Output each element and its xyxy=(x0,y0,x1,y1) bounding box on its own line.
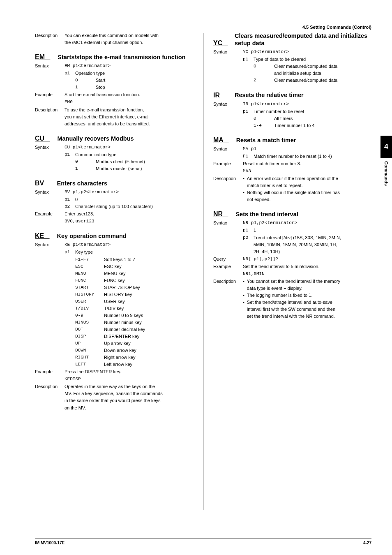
query-line: NR[ p1[,p2]]? xyxy=(243,256,371,263)
p2-desc: 5MIN, 10MIN, 15MIN, 20MIN, 30MIN, 1H, xyxy=(254,242,337,247)
p1-key: p1 xyxy=(65,249,75,256)
label-syntax: Syntax xyxy=(213,146,243,153)
key-desc: MENU key xyxy=(104,270,126,277)
p2-desc: Trend interval [/div] (15S, 30S, 1MIN, 2… xyxy=(254,235,341,240)
p1-desc: Operation type xyxy=(75,70,105,77)
label-syntax: Syntax xyxy=(35,189,65,196)
label-description: Description xyxy=(35,383,65,411)
key-code: MENU xyxy=(75,270,104,277)
desc-line: addresses, and contents to be transmitte… xyxy=(65,121,150,126)
key-desc: Down arrow key xyxy=(104,347,136,354)
opt-key: 0 xyxy=(75,158,96,165)
bullet-text: Nothing will occur if the single match t… xyxy=(247,190,340,195)
footer-left: IM MV1000-17E xyxy=(35,541,65,545)
opt-key: 1 xyxy=(75,165,96,172)
cmd-title-em: Starts/stops the e-mail transmission fun… xyxy=(58,53,185,61)
bullet-text: data type is event + display. xyxy=(247,286,302,291)
key-code: MINUS xyxy=(75,319,104,326)
syntax-ke: KE p1<terminator> xyxy=(65,241,193,248)
opt-key: 0 xyxy=(254,115,274,122)
desc-line: in the same order that you would press t… xyxy=(65,398,161,403)
bullet-text: match timer is set to repeat. xyxy=(247,183,303,188)
chapter-label: Commands xyxy=(384,161,389,186)
cmd-title-ma: Resets a match timer xyxy=(236,136,296,144)
key-desc: USER key xyxy=(104,298,125,305)
key-code: USER xyxy=(75,298,104,305)
syntax-ma: MA p1 xyxy=(243,146,371,153)
bullet-text: set the trend interval with the NR comma… xyxy=(247,314,335,319)
opt-key: 1 xyxy=(75,84,96,91)
cmd-code-em: EM xyxy=(35,53,50,61)
opt-val: Start xyxy=(96,77,105,84)
label-syntax: Syntax xyxy=(35,144,65,151)
syntax-bv: BV p1,p2<terminator> xyxy=(65,189,193,196)
label-example: Example xyxy=(213,160,243,167)
key-code: DOWN xyxy=(75,347,104,354)
key-desc: Soft keys 1 to 7 xyxy=(104,256,135,263)
cmd-title-ir: Resets the relative timer xyxy=(235,91,304,99)
opt-key: 0 xyxy=(75,77,96,84)
desc-line: you must set the Ethernet interface, e-m… xyxy=(65,114,150,119)
side-tab: 4 Commands xyxy=(380,136,392,186)
key-code: F1-F7 xyxy=(75,256,104,263)
cmd-code-ke: KE xyxy=(35,232,50,240)
chapter-number: 4 xyxy=(380,136,392,158)
key-code: UP xyxy=(75,340,104,347)
p1-key: P1 xyxy=(243,153,254,160)
key-code: DOT xyxy=(75,326,104,333)
p1-desc: 1 xyxy=(254,227,256,234)
example-text: Reset match timer number 3. xyxy=(243,160,371,167)
bullet-text: Set the trend/strage interval and auto-s… xyxy=(247,300,332,305)
key-desc: T/DIV key xyxy=(104,305,124,312)
key-code: FUNC xyxy=(75,277,104,284)
key-desc: Number decimal key xyxy=(104,326,145,333)
example-code: MA3 xyxy=(243,168,371,175)
footer-right: 4-27 xyxy=(363,541,371,545)
key-code: HISTORY xyxy=(75,291,104,298)
opt-val: All timers xyxy=(274,115,293,122)
example-text: Enter user123. xyxy=(65,210,193,217)
desc-line: To use the e-mail transmission function, xyxy=(65,107,144,112)
bullet-text: not expired. xyxy=(247,197,270,202)
example-text: Press the DISP/ENTER key. xyxy=(65,368,193,375)
p1-key: p1 xyxy=(243,108,254,115)
label-syntax: Syntax xyxy=(213,49,243,56)
opt-key: 1-4 xyxy=(254,122,274,129)
right-column: YC Clears measured/computed data and ini… xyxy=(213,32,371,510)
p1-desc: Type of data to be cleared xyxy=(254,56,306,63)
cmd-code-ma: MA xyxy=(213,136,229,144)
opt-val: Clear measured/computed data xyxy=(274,77,337,84)
p2-key: p2 xyxy=(65,203,75,210)
cmd-title-ke: Key operation command xyxy=(57,232,127,240)
p1-desc: 0 xyxy=(75,196,78,203)
left-column: Description You can execute this command… xyxy=(35,32,193,510)
key-code: START xyxy=(75,284,104,291)
label-syntax: Syntax xyxy=(35,241,65,248)
label-syntax: Syntax xyxy=(213,220,243,227)
opt-val: Stop xyxy=(96,84,105,91)
section-header: 4.5 Setting Commands (Control) xyxy=(35,25,371,30)
intro-line1: You can execute this command on models w… xyxy=(65,33,159,38)
key-desc: START/STOP key xyxy=(104,284,140,291)
label-description: Description xyxy=(213,278,243,320)
key-desc: HISTORY key xyxy=(104,291,132,298)
key-code: T/DIV xyxy=(75,305,104,312)
bullet-text: You cannot set the trend interval if the… xyxy=(247,279,340,284)
key-code: ESC xyxy=(75,263,104,270)
key-code: 0-9 xyxy=(75,312,104,319)
opt-val: Timer number 1 to 4 xyxy=(274,122,315,129)
syntax-em: EM p1<terminator> xyxy=(65,62,193,69)
p1-desc: Communication type xyxy=(75,151,116,158)
key-desc: Number 0 to 9 keys xyxy=(104,312,143,319)
opt-val: and initialize setup data xyxy=(274,71,321,76)
example-code: NR1,5MIN xyxy=(243,271,371,278)
p2-desc: Character string (up to 100 characters) xyxy=(75,203,153,210)
label-syntax: Syntax xyxy=(35,62,65,69)
cmd-code-yc: YC xyxy=(213,39,227,47)
desc-line: MV. For a key sequence, transmit the com… xyxy=(65,391,163,396)
example-text: Set the trend interval to 5 min/division… xyxy=(243,263,371,270)
label-syntax: Syntax xyxy=(213,101,243,108)
key-desc: Up arrow key xyxy=(104,340,131,347)
p2-desc: 2H, 4H, 10H) xyxy=(254,249,280,254)
p1-desc: Timer number to be reset xyxy=(254,108,304,115)
